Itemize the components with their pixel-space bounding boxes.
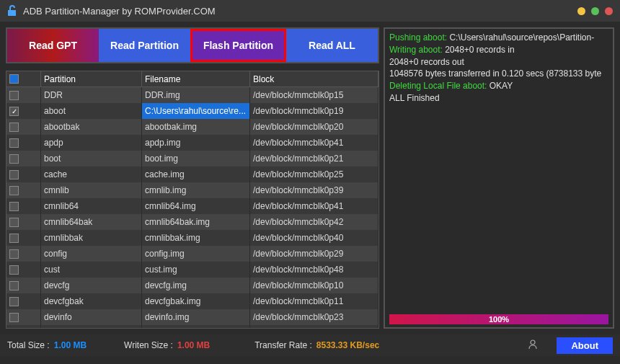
header-partition[interactable]: Partition bbox=[41, 71, 142, 86]
cell-filename: C:\Users\rahul\source\re... bbox=[142, 103, 250, 119]
row-checkbox[interactable] bbox=[6, 325, 41, 328]
title-bar: ADB Partition-Manager by ROMProvider.COM bbox=[0, 0, 620, 22]
table-row[interactable]: custcust.img/dev/block/mmcblk0p48 bbox=[6, 262, 378, 278]
cell-block: /dev/block/mmcblk0p25 bbox=[250, 167, 378, 182]
cell-partition: dip bbox=[41, 325, 142, 328]
console-line: 1048576 bytes transferred in 0.120 secs … bbox=[389, 68, 608, 80]
cell-block: /dev/block/mmcblk0p40 bbox=[250, 230, 378, 246]
row-checkbox[interactable] bbox=[6, 214, 41, 230]
table-row[interactable]: devcfgdevcfg.img/dev/block/mmcblk0p10 bbox=[6, 278, 378, 293]
transfer-rate-label: Transfer Rate : bbox=[254, 340, 312, 350]
row-checkbox[interactable] bbox=[6, 135, 41, 151]
cell-partition: cmnlib64bak bbox=[41, 214, 142, 230]
maximize-icon[interactable] bbox=[591, 7, 599, 15]
row-checkbox[interactable]: ✓ bbox=[6, 103, 41, 119]
cell-block: /dev/block/mmcblk0p48 bbox=[250, 262, 378, 278]
row-checkbox[interactable] bbox=[6, 119, 41, 135]
row-checkbox[interactable] bbox=[6, 87, 41, 103]
cell-partition: cache bbox=[41, 167, 142, 182]
console-line: Deleting Local File aboot: OKAY bbox=[389, 80, 608, 92]
cell-block: /dev/block/mmcblk0p11 bbox=[250, 293, 378, 309]
console-output: Pushing aboot: C:\Users\rahul\source\rep… bbox=[389, 32, 608, 311]
cell-block: /dev/block/mmcblk0p33 bbox=[250, 325, 378, 328]
progress-bar: 100% bbox=[389, 314, 608, 324]
table-row[interactable]: cmnlib64cmnlib64.img/dev/block/mmcblk0p4… bbox=[6, 198, 378, 214]
transfer-rate-value: 8533.33 KB/sec bbox=[316, 340, 379, 350]
cell-partition: devinfo bbox=[41, 309, 142, 325]
row-checkbox[interactable] bbox=[6, 278, 41, 293]
table-row[interactable]: cmnlib64bakcmnlib64bak.img/dev/block/mmc… bbox=[6, 214, 378, 230]
cell-block: /dev/block/mmcblk0p20 bbox=[250, 119, 378, 135]
row-checkbox[interactable] bbox=[6, 182, 41, 198]
cell-filename: abootbak.img bbox=[142, 119, 250, 135]
row-checkbox[interactable] bbox=[6, 230, 41, 246]
cell-partition: abootbak bbox=[41, 119, 142, 135]
table-row[interactable]: cmnlibbakcmnlibbak.img/dev/block/mmcblk0… bbox=[6, 230, 378, 246]
cell-filename: cmnlib.img bbox=[142, 182, 250, 198]
cell-partition: devcfg bbox=[41, 278, 142, 293]
row-checkbox[interactable] bbox=[6, 309, 41, 325]
user-icon[interactable] bbox=[528, 339, 538, 352]
total-size-value: 1.00 MB bbox=[54, 340, 87, 350]
cell-filename: apdp.img bbox=[142, 135, 250, 151]
status-bar: Total Size : 1.00 MB Writen Size : 1.00 … bbox=[0, 334, 620, 356]
written-size-label: Writen Size : bbox=[124, 340, 173, 350]
svg-point-0 bbox=[531, 340, 535, 345]
table-body[interactable]: DDRDDR.img/dev/block/mmcblk0p15✓abootC:\… bbox=[6, 87, 378, 328]
cell-filename: config.img bbox=[142, 246, 250, 262]
header-filename[interactable]: Filename bbox=[142, 71, 250, 86]
total-size-label: Total Size : bbox=[7, 340, 50, 350]
table-row[interactable]: cmnlibcmnlib.img/dev/block/mmcblk0p39 bbox=[6, 182, 378, 198]
console-line: Writing aboot: 2048+0 records in bbox=[389, 44, 608, 56]
written-size-value: 1.00 MB bbox=[177, 340, 210, 350]
table-row[interactable]: devcfgbakdevcfgbak.img/dev/block/mmcblk0… bbox=[6, 293, 378, 309]
row-checkbox[interactable] bbox=[6, 167, 41, 182]
table-row[interactable]: devinfodevinfo.img/dev/block/mmcblk0p23 bbox=[6, 309, 378, 325]
cell-block: /dev/block/mmcblk0p23 bbox=[250, 309, 378, 325]
close-icon[interactable] bbox=[605, 7, 613, 15]
action-button-row: Read GPT Read Partition Flash Partition … bbox=[6, 27, 379, 63]
cell-block: /dev/block/mmcblk0p29 bbox=[250, 246, 378, 262]
table-row[interactable]: configconfig.img/dev/block/mmcblk0p29 bbox=[6, 246, 378, 262]
read-partition-button[interactable]: Read Partition bbox=[99, 29, 190, 62]
row-checkbox[interactable] bbox=[6, 151, 41, 167]
cell-partition: cmnlibbak bbox=[41, 230, 142, 246]
cell-filename: devcfgbak.img bbox=[142, 293, 250, 309]
row-checkbox[interactable] bbox=[6, 198, 41, 214]
console-line: 2048+0 records out bbox=[389, 56, 608, 68]
minimize-icon[interactable] bbox=[577, 7, 585, 15]
table-row[interactable]: cachecache.img/dev/block/mmcblk0p25 bbox=[6, 167, 378, 182]
window-title: ADB Partition-Manager by ROMProvider.COM bbox=[23, 6, 216, 17]
table-row[interactable]: bootboot.img/dev/block/mmcblk0p21 bbox=[6, 151, 378, 167]
header-checkbox[interactable] bbox=[6, 71, 41, 86]
table-row[interactable]: dipdip.img/dev/block/mmcblk0p33 bbox=[6, 325, 378, 328]
partition-table: Partition Filename Block DDRDDR.img/dev/… bbox=[6, 71, 379, 329]
table-row[interactable]: ✓abootC:\Users\rahul\source\re.../dev/bl… bbox=[6, 103, 378, 119]
cell-filename: cmnlib64.img bbox=[142, 198, 250, 214]
cell-partition: boot bbox=[41, 151, 142, 167]
cell-filename: devcfg.img bbox=[142, 278, 250, 293]
cell-filename: devinfo.img bbox=[142, 309, 250, 325]
cell-block: /dev/block/mmcblk0p21 bbox=[250, 151, 378, 167]
cell-partition: aboot bbox=[41, 103, 142, 119]
cell-partition: cmnlib64 bbox=[41, 198, 142, 214]
console-line: Pushing aboot: C:\Users\rahul\source\rep… bbox=[389, 32, 608, 44]
table-row[interactable]: DDRDDR.img/dev/block/mmcblk0p15 bbox=[6, 87, 378, 103]
row-checkbox[interactable] bbox=[6, 246, 41, 262]
read-gpt-button[interactable]: Read GPT bbox=[7, 29, 99, 62]
cell-partition: DDR bbox=[41, 87, 142, 103]
cell-filename: dip.img bbox=[142, 325, 250, 328]
header-block[interactable]: Block bbox=[250, 71, 378, 86]
cell-partition: cust bbox=[41, 262, 142, 278]
cell-filename: cmnlibbak.img bbox=[142, 230, 250, 246]
flash-partition-button[interactable]: Flash Partition bbox=[190, 29, 286, 62]
row-checkbox[interactable] bbox=[6, 293, 41, 309]
about-button[interactable]: About bbox=[557, 337, 613, 354]
lock-icon bbox=[7, 5, 17, 17]
row-checkbox[interactable] bbox=[6, 262, 41, 278]
read-all-button[interactable]: Read ALL bbox=[286, 29, 378, 62]
cell-block: /dev/block/mmcblk0p42 bbox=[250, 214, 378, 230]
cell-filename: cmnlib64bak.img bbox=[142, 214, 250, 230]
table-row[interactable]: abootbakabootbak.img/dev/block/mmcblk0p2… bbox=[6, 119, 378, 135]
table-row[interactable]: apdpapdp.img/dev/block/mmcblk0p41 bbox=[6, 135, 378, 151]
